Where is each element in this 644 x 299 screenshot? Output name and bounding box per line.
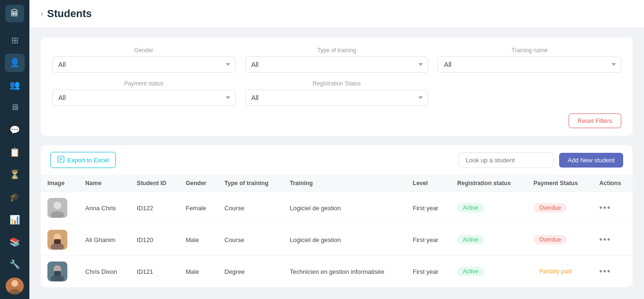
col-actions: Actions xyxy=(593,175,633,192)
cell-avatar xyxy=(41,192,79,224)
table-row: Ali Ghanim ID120 Male Course Logiciel de… xyxy=(41,224,633,256)
actions-menu-button[interactable]: ••• xyxy=(599,235,611,244)
col-image: Image xyxy=(41,175,79,192)
payment-status-badge: Overdue xyxy=(534,203,567,213)
cell-student-id: ID120 xyxy=(130,224,179,256)
header: ‹ Students xyxy=(29,0,644,28)
col-training: Training xyxy=(283,175,406,192)
registration-status-badge: Active xyxy=(457,267,484,276)
sidebar-item-monitor[interactable]: 🖥 xyxy=(5,98,25,117)
cell-payment-status: Overdue xyxy=(527,192,593,224)
col-gender: Gender xyxy=(179,175,218,192)
toolbar-right: Add New student xyxy=(459,152,623,168)
payment-status-badge: Partially paid xyxy=(534,267,578,276)
payment-status-badge: Overdue xyxy=(534,235,567,244)
cell-payment-status: Overdue xyxy=(527,224,593,256)
export-button[interactable]: Export to Excel xyxy=(50,152,116,168)
cell-registration-status: Active xyxy=(451,192,527,224)
training-type-filter-group: Type of training All Course Degree xyxy=(245,47,429,73)
sidebar-item-billing[interactable]: 📋 xyxy=(5,143,25,161)
search-input[interactable] xyxy=(459,152,553,168)
empty-filter-group xyxy=(438,80,621,106)
sidebar-item-dashboard[interactable]: ⊞ xyxy=(5,31,25,49)
gender-select[interactable]: All Male Female xyxy=(52,56,236,73)
export-label: Export to Excel xyxy=(67,157,109,164)
cell-level: First year xyxy=(406,192,451,224)
cell-type-of-training: Course xyxy=(218,192,283,224)
cell-actions[interactable]: ••• xyxy=(593,256,633,288)
registration-status-filter-group: Registration Status All Active Inactive xyxy=(245,80,429,106)
cell-level: First year xyxy=(406,224,451,256)
sidebar-logo: 🏛 xyxy=(5,5,24,22)
sidebar-item-students[interactable]: 👤 xyxy=(5,54,25,72)
table-row: Anna Chris ID122 Female Course Logiciel … xyxy=(41,192,633,224)
cell-type-of-training: Course xyxy=(218,224,283,256)
filter-row-1: Gender All Male Female Type of training … xyxy=(52,47,621,73)
cell-training: Technicien en gestion informatisée xyxy=(283,256,406,288)
training-type-label: Type of training xyxy=(245,47,429,54)
cell-registration-status: Active xyxy=(451,224,527,256)
registration-status-badge: Active xyxy=(457,235,484,244)
payment-status-label: Payment status xyxy=(52,80,236,87)
main-content: ‹ Students Gender All Male Female Type o… xyxy=(29,0,644,299)
gender-filter-group: Gender All Male Female xyxy=(52,47,236,73)
sidebar-item-graduation[interactable]: 🎓 xyxy=(5,188,25,206)
sidebar-item-schedule[interactable]: ⏳ xyxy=(5,166,25,184)
reset-filters-button[interactable]: Reset Filters xyxy=(569,113,621,128)
payment-status-select[interactable]: All Overdue Partially paid Paid xyxy=(52,90,236,106)
cell-avatar xyxy=(41,256,79,288)
sidebar-item-messages[interactable]: 💬 xyxy=(5,121,25,139)
content-area: Gender All Male Female Type of training … xyxy=(29,28,644,299)
training-name-label: Training name xyxy=(438,47,621,54)
table-row: Chris Dixon ID121 Male Degree Technicien… xyxy=(41,256,633,288)
actions-menu-button[interactable]: ••• xyxy=(599,267,611,276)
actions-menu-button[interactable]: ••• xyxy=(599,203,611,213)
back-button[interactable]: ‹ xyxy=(41,9,43,18)
col-type-of-training: Type of training xyxy=(218,175,283,192)
cell-name: Ali Ghanim xyxy=(79,224,130,256)
cell-avatar xyxy=(41,224,79,256)
registration-status-label: Registration Status xyxy=(245,80,429,87)
registration-status-select[interactable]: All Active Inactive xyxy=(245,90,429,106)
cell-name: Anna Chris xyxy=(79,192,130,224)
col-student-id: Student ID xyxy=(130,175,179,192)
cell-student-id: ID121 xyxy=(130,256,179,288)
svg-rect-13 xyxy=(54,239,61,244)
sidebar-item-groups[interactable]: 👥 xyxy=(5,76,25,94)
filter-card: Gender All Male Female Type of training … xyxy=(41,37,633,136)
cell-training: Logiciel de gestion xyxy=(283,192,406,224)
students-table: Image Name Student ID Gender Type of tra… xyxy=(41,175,633,287)
user-avatar[interactable] xyxy=(6,278,24,294)
add-student-button[interactable]: Add New student xyxy=(559,153,623,168)
cell-actions[interactable]: ••• xyxy=(593,224,633,256)
filter-actions: Reset Filters xyxy=(52,113,621,128)
table-toolbar: Export to Excel Add New student xyxy=(41,145,633,175)
sidebar-item-reports[interactable]: 📊 xyxy=(5,210,25,229)
table-card: Export to Excel Add New student Image Na… xyxy=(41,145,633,287)
sidebar: 🏛 ⊞ 👤 👥 🖥 💬 📋 ⏳ 🎓 📊 📚 🔧 xyxy=(0,0,29,299)
svg-point-8 xyxy=(54,202,61,209)
page-title: Students xyxy=(47,8,92,20)
cell-level: First year xyxy=(406,256,451,288)
registration-status-badge: Active xyxy=(457,203,484,213)
cell-name: Chris Dixon xyxy=(79,256,130,288)
training-name-filter-group: Training name All Logiciel de gestion Te… xyxy=(438,47,621,73)
cell-student-id: ID122 xyxy=(130,192,179,224)
cell-gender: Male xyxy=(179,224,218,256)
payment-status-filter-group: Payment status All Overdue Partially pai… xyxy=(52,80,236,106)
logo-icon: 🏛 xyxy=(10,9,19,19)
filter-row-2: Payment status All Overdue Partially pai… xyxy=(52,80,621,106)
sidebar-item-settings[interactable]: 🔧 xyxy=(5,255,25,273)
sidebar-item-library[interactable]: 📚 xyxy=(5,233,25,251)
col-payment-status: Payment Status xyxy=(527,175,593,192)
training-name-select[interactable]: All Logiciel de gestion Technicien en ge… xyxy=(438,56,621,73)
training-type-select[interactable]: All Course Degree xyxy=(245,56,429,73)
export-icon xyxy=(57,156,64,164)
gender-label: Gender xyxy=(52,47,236,54)
cell-actions[interactable]: ••• xyxy=(593,192,633,224)
svg-rect-17 xyxy=(54,271,61,276)
table-header-row: Image Name Student ID Gender Type of tra… xyxy=(41,175,633,192)
cell-gender: Female xyxy=(179,192,218,224)
cell-payment-status: Partially paid xyxy=(527,256,593,288)
col-level: Level xyxy=(406,175,451,192)
